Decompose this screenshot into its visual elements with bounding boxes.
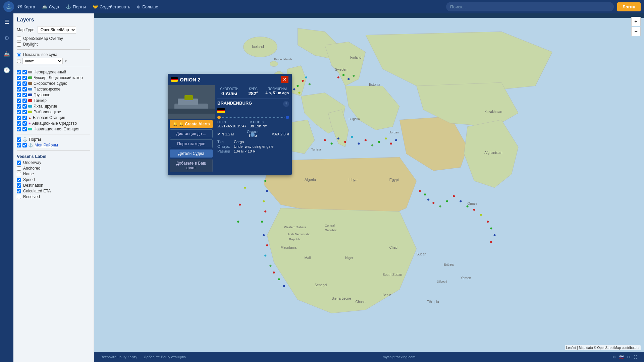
vt-fast-cb2[interactable] <box>22 81 27 86</box>
popup-status-row: Статус: Under way using engine <box>217 144 289 148</box>
help-icon[interactable]: ? <box>283 101 289 107</box>
daylight-checkbox[interactable] <box>17 42 21 47</box>
sidebar-ship-icon[interactable]: 🚢 <box>2 49 12 59</box>
app-logo[interactable]: ⚓ <box>3 1 14 12</box>
search-area <box>446 2 614 11</box>
nav-cooperate[interactable]: 🤝 Содействовать <box>93 4 130 9</box>
label-speed-cb[interactable] <box>17 178 21 182</box>
vt-pass-cb[interactable] <box>17 87 21 92</box>
zoom-in-button[interactable]: + <box>631 17 641 26</box>
ship-popup: ORION 2 ✕ <box>168 74 292 175</box>
vt-tanker-cb[interactable] <box>17 99 21 103</box>
svg-point-66 <box>266 244 268 246</box>
vt-pass-cb2[interactable] <box>22 87 27 92</box>
vt-avia-cb2[interactable] <box>22 121 27 126</box>
flag-icon[interactable]: 🇷🇺 <box>619 355 624 359</box>
svg-point-73 <box>424 193 426 195</box>
map-area[interactable]: Iceland Faroe Islands Sweden Finland Est… <box>94 13 644 362</box>
svg-point-91 <box>239 204 241 206</box>
login-button[interactable]: Логин <box>617 2 641 11</box>
label-anchored-cb[interactable] <box>17 166 21 171</box>
vt-cargo-cb[interactable] <box>17 93 21 97</box>
vt-base-cb2[interactable] <box>22 116 27 120</box>
vt-yacht-cb2[interactable] <box>22 104 27 109</box>
add-to-fleet-button[interactable]: Добавьте в Ваш флот <box>170 159 213 172</box>
svg-point-2 <box>270 61 278 66</box>
draught-min-label: MIN 1.2 м <box>217 132 234 136</box>
vt-yacht-cb[interactable] <box>17 104 21 109</box>
map-type-select[interactable]: OpenStreetMap <box>38 26 76 34</box>
vt-fast-cb[interactable] <box>17 81 21 86</box>
popup-header-left: ORION 2 <box>171 77 201 82</box>
vt-fish-cb[interactable] <box>17 110 21 114</box>
vessel-type-tug: Буксир, Лоцманский катер <box>17 75 90 80</box>
vessel-label-section-title: Vessel's Label <box>17 154 90 159</box>
map-background: Iceland Faroe Islands Sweden Finland Est… <box>94 13 644 362</box>
fullscreen-icon[interactable]: ⛶ <box>634 355 637 359</box>
vt-base-cb[interactable] <box>17 116 21 120</box>
svg-text:Faroe Islands: Faroe Islands <box>274 58 293 61</box>
ports-cb[interactable] <box>17 137 21 142</box>
svg-point-55 <box>378 141 380 143</box>
svg-point-81 <box>473 209 475 211</box>
svg-point-52 <box>358 142 360 144</box>
svg-point-65 <box>263 234 265 236</box>
add-station-link[interactable]: Добавьте Вашу станцию <box>144 355 186 359</box>
sidebar-filter-icon[interactable]: ⚙ <box>2 33 12 43</box>
embed-map-link[interactable]: Встройте нашу Карту <box>101 355 137 359</box>
label-underway-row: Underway <box>17 160 90 165</box>
vt-tug-cb[interactable] <box>17 76 21 80</box>
map-icon: 🗺 <box>17 4 22 9</box>
vt-tug-cb2[interactable] <box>22 76 27 80</box>
distance-button[interactable]: Дистанция до ... <box>170 129 213 138</box>
nav-map[interactable]: 🗺 Карта <box>17 4 35 9</box>
vessel-details-button[interactable]: Детали Судна <box>170 149 213 158</box>
opensea-overlay-checkbox[interactable] <box>17 37 21 41</box>
vt-cargo-cb2[interactable] <box>22 93 27 97</box>
show-all-row: Показать все суда <box>17 52 90 57</box>
vt-fish-cb2[interactable] <box>22 110 27 114</box>
vessel-type-navstation: Навигационная Станция <box>17 127 90 131</box>
svg-point-75 <box>432 202 434 204</box>
svg-point-64 <box>261 221 263 223</box>
svg-point-83 <box>487 221 489 223</box>
vt-nav-cb2[interactable] <box>22 127 27 131</box>
myareas-cb1[interactable] <box>17 143 21 147</box>
fleet-select[interactable]: Флот <box>22 58 63 64</box>
sidebar-layers-icon[interactable]: ☰ <box>2 17 12 27</box>
svg-text:Benin: Benin <box>382 293 391 297</box>
nav-more[interactable]: ⊕ Больше <box>137 4 158 9</box>
vt-tanker-cb2[interactable] <box>22 99 27 103</box>
nav-ports[interactable]: ⚓ Порты <box>66 4 86 9</box>
nav-vessels[interactable]: 🚢 Суда <box>42 4 59 9</box>
show-all-radio[interactable] <box>17 53 21 57</box>
search-input[interactable] <box>446 2 614 11</box>
myareas-cb2[interactable] <box>22 143 27 147</box>
email-icon[interactable]: ✉ <box>627 355 630 359</box>
create-alerts-button[interactable]: 🔔 🔔 Create Alerts <box>170 120 213 128</box>
svg-text:Chad: Chad <box>389 246 397 249</box>
fleet-radio[interactable] <box>17 59 21 63</box>
draught-max-label: MAX 2.3 м <box>271 132 289 136</box>
vt-nav-cb[interactable] <box>17 127 21 131</box>
vt-avia-cb[interactable] <box>17 121 21 126</box>
sidebar-history-icon[interactable]: 🕐 <box>2 65 12 75</box>
vt-undefined-cb2[interactable] <box>22 70 27 74</box>
label-destination-cb[interactable] <box>17 183 21 188</box>
draught-marker <box>251 133 255 137</box>
zoom-out-button[interactable]: − <box>631 27 641 36</box>
type-value: Cargo <box>234 140 244 144</box>
port-calls-button[interactable]: Порты заходов <box>170 139 213 148</box>
label-underway-cb[interactable] <box>17 161 21 165</box>
label-name-cb[interactable] <box>17 172 21 176</box>
destination-row: BRANDENBURG ? <box>217 101 289 107</box>
vt-undefined-cb[interactable] <box>17 70 21 74</box>
label-eta-cb[interactable] <box>17 189 21 193</box>
footer-center: myshiptracking.com <box>383 355 415 359</box>
popup-stats: Скорость 0 Узлы Курс 282° Получены 4 h, … <box>217 87 289 99</box>
settings-icon[interactable]: ⚙ <box>612 355 616 359</box>
svg-text:Libya: Libya <box>348 178 358 182</box>
popup-close-button[interactable]: ✕ <box>281 76 288 83</box>
daylight-row: Daylight <box>17 42 90 47</box>
label-received-cb[interactable] <box>17 195 21 199</box>
